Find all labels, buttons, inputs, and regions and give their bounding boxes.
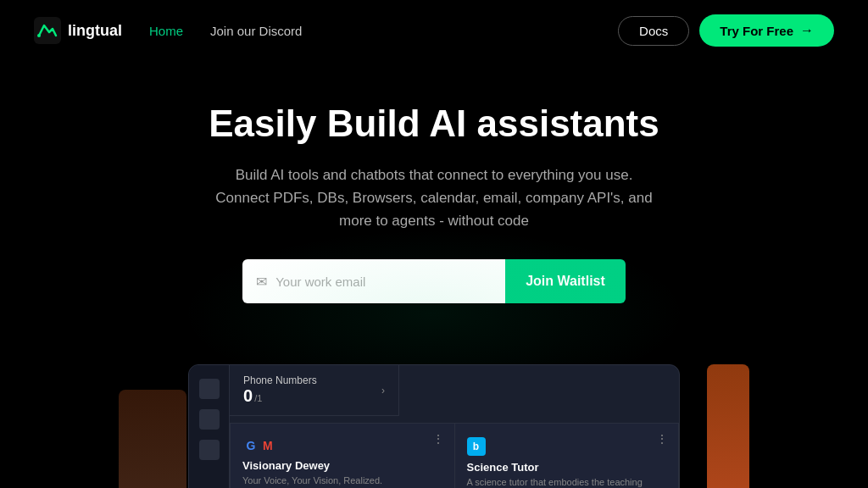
project-cards-row: ⋮ G M Visionary Dewey Your Voice, Your V…	[230, 423, 679, 488]
project-card-1: ⋮ G M Visionary Dewey Your Voice, Your V…	[230, 423, 454, 488]
card1-name: Visionary Dewey	[242, 459, 442, 472]
svg-point-1	[37, 34, 41, 37]
google-icon: G	[242, 437, 259, 454]
preview-container: › Phone Numbers 0 /1 › + New Project ↖ ⋮…	[188, 364, 680, 488]
navbar: lingtual Home Join our Discord Docs Try …	[0, 0, 868, 61]
card2-desc: A science tutor that embodies the teachi…	[467, 476, 667, 488]
nav-discord-link[interactable]: Join our Discord	[210, 24, 302, 38]
cta-row: ✉ Join Waitlist	[17, 259, 851, 303]
preview-sidebar	[189, 365, 230, 488]
sidebar-dot-1	[199, 379, 220, 399]
join-waitlist-button[interactable]: Join Waitlist	[505, 259, 626, 303]
bing-icon: b	[467, 437, 486, 456]
docs-button[interactable]: Docs	[618, 16, 689, 46]
nav-right: Docs Try For Free →	[618, 14, 834, 47]
try-free-button[interactable]: Try For Free →	[699, 14, 834, 47]
phone-panel-left: Phone Numbers 0 /1	[243, 374, 317, 406]
logo-container: lingtual	[34, 17, 122, 44]
sidebar-dot-2	[199, 409, 220, 430]
phone-panel-title: Phone Numbers	[243, 374, 317, 386]
card2-menu-icon[interactable]: ⋮	[656, 432, 668, 446]
side-figure-right	[707, 364, 749, 488]
hero-section: Easily Build AI assistants Build AI tool…	[0, 61, 868, 364]
gmail-icon: M	[263, 439, 273, 452]
card1-logos: G M	[242, 437, 442, 454]
try-free-label: Try For Free	[720, 24, 793, 38]
card2-logos: b	[467, 437, 667, 456]
email-icon: ✉	[256, 274, 267, 290]
phone-numbers-panel: Phone Numbers 0 /1 ›	[230, 365, 399, 416]
email-input[interactable]	[275, 274, 492, 289]
card1-menu-icon[interactable]: ⋮	[432, 432, 444, 446]
side-figure-left	[119, 390, 186, 488]
logo-icon	[34, 17, 61, 44]
hero-title: Easily Build AI assistants	[17, 102, 851, 147]
sidebar-dot-3	[199, 440, 220, 460]
email-input-wrapper: ✉	[242, 259, 505, 303]
hero-subtitle: Build AI tools and chatbots that connect…	[214, 164, 654, 233]
phone-panel-chevron: ›	[381, 385, 385, 396]
arrow-icon: →	[800, 23, 814, 38]
project-card-2: ⋮ b Science Tutor A science tutor that e…	[454, 423, 680, 488]
card1-desc: Your Voice, Your Vision, Realized.	[242, 474, 442, 487]
phone-count-sub: /1	[254, 393, 262, 403]
logo-text: lingtual	[68, 22, 122, 40]
phone-count: 0 /1	[243, 386, 317, 406]
app-preview: › Phone Numbers 0 /1 › + New Project ↖ ⋮…	[0, 364, 868, 488]
nav-home-link[interactable]: Home	[149, 24, 183, 38]
nav-left: lingtual Home Join our Discord	[34, 17, 302, 44]
phone-count-number: 0	[243, 386, 253, 406]
card2-name: Science Tutor	[467, 461, 667, 474]
